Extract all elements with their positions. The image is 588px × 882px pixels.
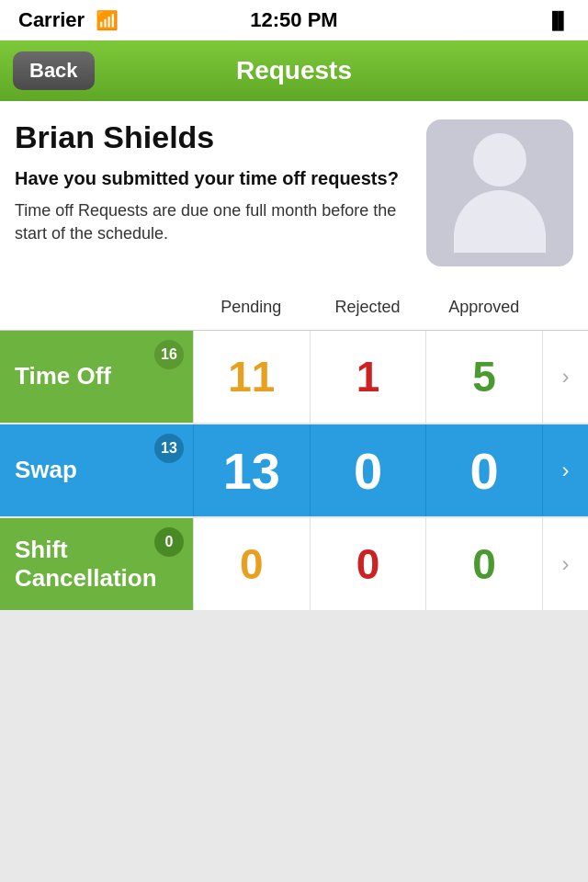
header-label (0, 285, 193, 330)
table-row: Time Off 16 11 1 5 › (0, 331, 588, 423)
shift-cancel-label-cell: Shift Cancellation 0 (0, 518, 193, 610)
time-off-arrow[interactable]: › (542, 331, 588, 423)
time-off-pending: 11 (193, 331, 310, 423)
time-off-label: Time Off (15, 362, 111, 390)
time-off-approved: 5 (425, 331, 542, 423)
header-rejected: Rejected (310, 285, 426, 330)
shift-cancel-approved: 0 (425, 518, 542, 610)
swap-label: Swap (15, 456, 77, 484)
table-header: Pending Rejected Approved (0, 285, 588, 331)
shift-cancel-badge: 0 (154, 527, 184, 557)
time-off-rejected: 1 (310, 331, 426, 423)
avatar-inner (454, 133, 546, 253)
profile-section: Brian Shields Have you submitted your ti… (0, 101, 588, 285)
status-time: 12:50 PM (250, 8, 337, 32)
table-section: Pending Rejected Approved Time Off 16 11… (0, 285, 588, 610)
avatar-body (454, 190, 546, 253)
status-bar: Carrier 📶 12:50 PM ▐▌ (0, 0, 588, 40)
time-off-label-cell: Time Off 16 (0, 331, 193, 423)
swap-arrow[interactable]: › (542, 424, 588, 516)
carrier-label: Carrier (18, 8, 85, 32)
table-row: Shift Cancellation 0 0 0 0 › (0, 518, 588, 610)
profile-name: Brian Shields (15, 119, 412, 155)
profile-question: Have you submitted your time off request… (15, 166, 412, 190)
profile-info: Brian Shields Have you submitted your ti… (15, 119, 412, 266)
nav-bar: Back Requests (0, 40, 588, 101)
header-arrow (542, 285, 588, 330)
back-button[interactable]: Back (13, 51, 95, 90)
status-left: Carrier 📶 (18, 8, 119, 32)
shift-cancel-arrow[interactable]: › (542, 518, 588, 610)
avatar (426, 119, 573, 266)
shift-cancel-pending: 0 (193, 518, 310, 610)
header-approved: Approved (425, 285, 542, 330)
nav-title: Requests (236, 56, 352, 85)
profile-description: Time off Requests are due one full month… (15, 199, 412, 245)
time-off-badge: 16 (154, 340, 184, 369)
swap-badge: 13 (154, 434, 184, 463)
wifi-icon: 📶 (96, 9, 119, 31)
swap-pending: 13 (193, 424, 310, 516)
swap-label-cell: Swap 13 (0, 424, 193, 516)
shift-cancel-rejected: 0 (310, 518, 426, 610)
header-pending: Pending (193, 285, 310, 330)
swap-approved: 0 (425, 424, 542, 516)
table-row: Swap 13 13 0 0 › (0, 424, 588, 516)
swap-rejected: 0 (310, 424, 426, 516)
battery-icon: ▐▌ (546, 11, 570, 30)
avatar-head (473, 133, 526, 187)
